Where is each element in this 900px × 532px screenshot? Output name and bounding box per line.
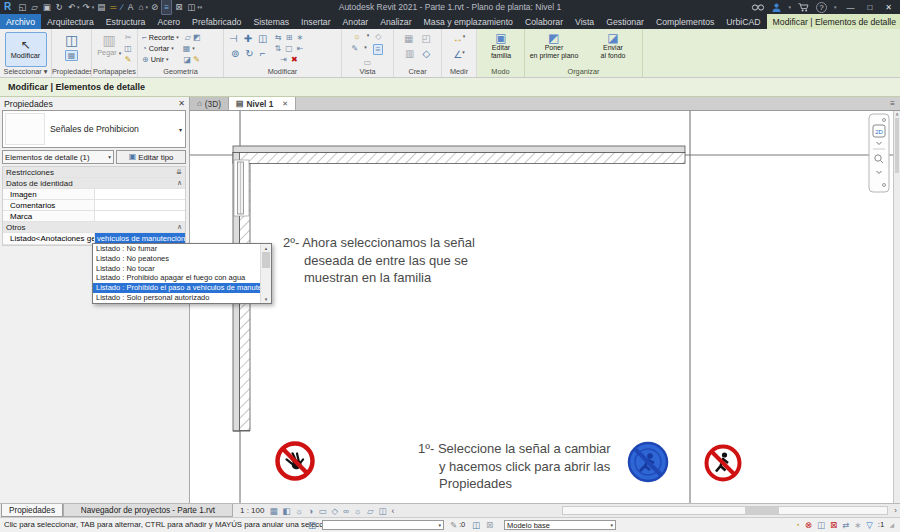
properties-toggle-icon[interactable]: ▦: [65, 50, 79, 61]
relinquish-icon[interactable]: ◫: [817, 521, 825, 530]
select-toggle-icon[interactable]: ⇄: [842, 521, 849, 530]
tab-insertar[interactable]: Insertar: [295, 14, 336, 29]
mirror-icon[interactable]: ◫: [258, 33, 267, 44]
tab-colaborar[interactable]: Colaborar: [519, 14, 569, 29]
pin-icon[interactable]: ∗: [296, 33, 303, 42]
thin-lines-icon[interactable]: ≡: [161, 0, 172, 15]
properties-close-icon[interactable]: ✕: [178, 99, 185, 108]
cloud-icon[interactable]: ◇: [375, 32, 381, 41]
create-similar-icon[interactable]: ◇: [422, 48, 430, 59]
section-icon[interactable]: ⊘: [149, 0, 160, 14]
close-view-tab-icon[interactable]: ✕: [282, 100, 288, 108]
tab-estructura[interactable]: Estructura: [100, 14, 152, 29]
redo-dropdown-icon[interactable]: ▾: [92, 4, 95, 10]
create-parts-icon[interactable]: ▥: [405, 48, 414, 59]
bottom-tab-propiedades[interactable]: Propiedades: [1, 504, 63, 517]
dropdown-item[interactable]: Listado : No fumar: [93, 244, 271, 254]
reveal-hidden-icon[interactable]: ☼: [353, 32, 360, 41]
navigation-bar[interactable]: 2D: [869, 114, 889, 192]
close-button[interactable]: ✕: [882, 3, 895, 12]
measure-tool-icon[interactable]: ↔: [453, 33, 463, 44]
temporary-hide-icon[interactable]: ∞: [343, 506, 349, 516]
design-options-icon[interactable]: ◫: [308, 518, 316, 532]
tab-acero[interactable]: Acero: [151, 14, 186, 29]
tab-modificar-contextual[interactable]: Modificar | Elementos de detalle: [767, 14, 900, 29]
expand-all-icon[interactable]: ⇊: [176, 168, 182, 176]
match-type-icon[interactable]: ✎: [125, 55, 132, 64]
view-scale[interactable]: 1 : 100: [240, 506, 264, 515]
tab-analizar[interactable]: Analizar: [374, 14, 417, 29]
shadows-icon[interactable]: ◑: [308, 506, 313, 516]
align-icon[interactable]: ⊣: [229, 33, 238, 44]
worksharing-display-icon[interactable]: ◫: [378, 506, 386, 516]
view-tab-list-icon[interactable]: ≡: [885, 97, 900, 110]
section-datos-identidad[interactable]: Datos de identidad ∧: [3, 178, 185, 189]
row-comentarios[interactable]: Comentarios: [3, 200, 185, 211]
type-selector[interactable]: Señales de Prohibicion ▾: [2, 110, 186, 148]
tab-sistemas[interactable]: Sistemas: [247, 14, 295, 29]
offset-icon[interactable]: ⊚: [231, 48, 239, 59]
extend-icon[interactable]: ⇥: [280, 55, 287, 64]
text-icon[interactable]: A: [126, 0, 136, 14]
swap-icon[interactable]: ⇆: [275, 33, 282, 42]
move-icon[interactable]: ✚: [244, 33, 252, 44]
scroll-up-icon[interactable]: ∧: [894, 111, 900, 117]
demolish-icon[interactable]: ◪: [184, 55, 192, 64]
dropdown-item[interactable]: Listado : No tocar: [93, 264, 271, 274]
new-window-icon[interactable]: ◱: [16, 0, 28, 14]
view-tab-nivel1[interactable]: ▤ Nivel 1 ✕: [229, 97, 296, 110]
filter-icon[interactable]: ▽: [866, 521, 873, 530]
delete-icon[interactable]: ✖: [291, 55, 298, 64]
horizontal-scroll-thumb[interactable]: [745, 507, 779, 514]
section-restricciones[interactable]: Restricciones ⇊: [3, 167, 185, 178]
print-icon[interactable]: ▤: [95, 0, 107, 14]
vertical-scrollbar[interactable]: ∧: [893, 111, 900, 503]
3d-view-dropdown-icon[interactable]: ▾: [146, 4, 149, 10]
horizontal-scrollbar[interactable]: [562, 506, 888, 515]
undo-icon[interactable]: ↶: [66, 0, 77, 14]
scale-icon[interactable]: ⇅: [275, 44, 282, 53]
dropdown-scroll-up-icon[interactable]: ▴: [261, 245, 271, 251]
measure-icon[interactable]: ═: [108, 0, 118, 14]
box-icon[interactable]: ▢: [285, 44, 293, 53]
view-tab-3d[interactable]: ⌂ (3D): [190, 97, 229, 110]
save-icon[interactable]: ▣: [41, 0, 53, 14]
design-options-combo[interactable]: ▾: [322, 520, 444, 530]
collapse-viewbar-icon[interactable]: ‹: [391, 506, 394, 516]
not-editable-icon[interactable]: ⊗: [805, 521, 812, 530]
properties-palette-icon[interactable]: ◫: [65, 32, 78, 48]
close-hidden-windows-icon[interactable]: ⊠: [173, 0, 184, 14]
dropdown-item[interactable]: Listado : Prohibido apagar el fuego con …: [93, 273, 271, 283]
linework-icon[interactable]: ✎: [352, 44, 359, 53]
reveal-hidden-elements-icon[interactable]: ☼: [354, 506, 362, 516]
window-element[interactable]: [234, 160, 249, 216]
user-dropdown-icon[interactable]: ▾: [788, 4, 791, 10]
edit-type-button[interactable]: ▣ Editar tipo: [116, 150, 186, 164]
element-filter-combo[interactable]: Elementos de detalle (1) ▾: [2, 150, 114, 164]
tab-arquitectura[interactable]: Arquitectura: [41, 14, 100, 29]
type-selector-dropdown-icon[interactable]: ▾: [179, 126, 182, 133]
unpin-icon[interactable]: ⇤: [297, 44, 304, 53]
collapse-icon-otros[interactable]: ∧: [177, 223, 182, 231]
aligned-dimension-icon[interactable]: ∕: [119, 0, 124, 14]
dropdown-item[interactable]: Listado : No peatones: [93, 254, 271, 264]
trim-icon[interactable]: ⌐: [142, 33, 147, 42]
workset-combo[interactable]: Modelo base ▾: [504, 520, 616, 530]
edit-family-button[interactable]: ▣ Editar familia: [477, 29, 525, 60]
customize-qat-icon[interactable]: ▾: [200, 4, 203, 10]
send-to-back-button[interactable]: ◪ Enviar al fondo: [586, 32, 641, 60]
requests-icon[interactable]: ⊠: [486, 518, 493, 532]
create-assembly-icon[interactable]: ◰: [422, 33, 431, 44]
bring-to-front-button[interactable]: ◩ Poner en primer plano: [527, 32, 582, 60]
split-gap-icon[interactable]: ◩: [193, 33, 201, 42]
tab-complementos[interactable]: Complementos: [650, 14, 720, 29]
sun-path-icon[interactable]: ☼: [296, 506, 304, 516]
row-marca[interactable]: Marca: [3, 211, 185, 222]
crop-view-icon[interactable]: ▭: [318, 506, 326, 516]
thin-lines-toggle-icon[interactable]: ≡: [373, 44, 384, 55]
join-icon[interactable]: ⊕: [142, 55, 149, 64]
tab-archivo[interactable]: Archivo: [0, 14, 41, 29]
split-icon[interactable]: ▱: [185, 33, 191, 42]
hide-box-icon[interactable]: ▭: [364, 58, 372, 67]
maximize-button[interactable]: □: [864, 3, 875, 12]
